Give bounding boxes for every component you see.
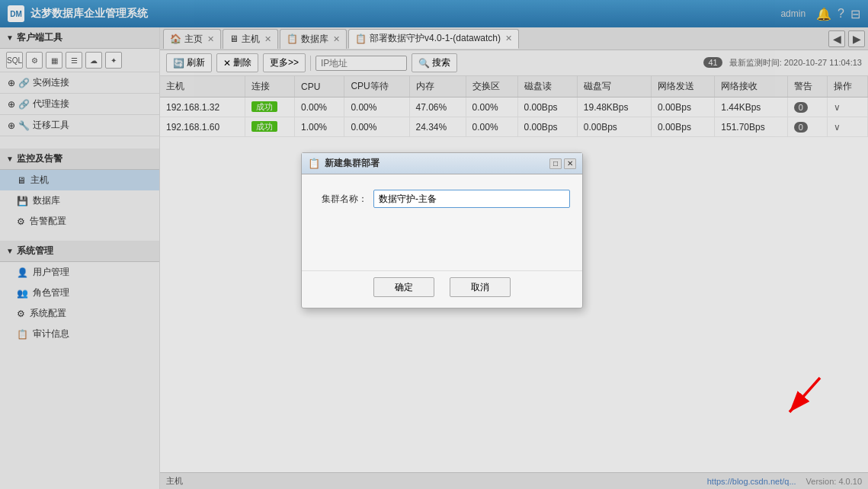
dialog-footer: 确定 取消 bbox=[302, 270, 582, 308]
dialog-body: 集群名称： bbox=[302, 174, 582, 225]
dialog-minimize-btn[interactable]: □ bbox=[549, 158, 562, 169]
red-arrow-annotation bbox=[767, 370, 828, 423]
dialog: 📋 新建集群部署 □ ✕ 集群名称： 确定 取消 bbox=[301, 152, 583, 308]
form-row-name: 集群名称： bbox=[314, 190, 570, 208]
svg-line-1 bbox=[790, 378, 820, 412]
cluster-name-label: 集群名称： bbox=[314, 193, 367, 206]
cancel-button[interactable]: 取消 bbox=[450, 277, 511, 297]
dialog-controls: □ ✕ bbox=[549, 158, 576, 169]
modal-overlay: 📋 新建集群部署 □ ✕ 集群名称： 确定 取消 bbox=[0, 0, 868, 489]
dialog-close-btn[interactable]: ✕ bbox=[564, 158, 576, 169]
cluster-name-input[interactable] bbox=[373, 190, 570, 208]
confirm-button[interactable]: 确定 bbox=[373, 277, 434, 297]
dialog-icon: 📋 bbox=[308, 158, 320, 169]
dialog-title: 新建集群部署 bbox=[325, 157, 545, 170]
dialog-title-bar: 📋 新建集群部署 □ ✕ bbox=[302, 153, 582, 174]
